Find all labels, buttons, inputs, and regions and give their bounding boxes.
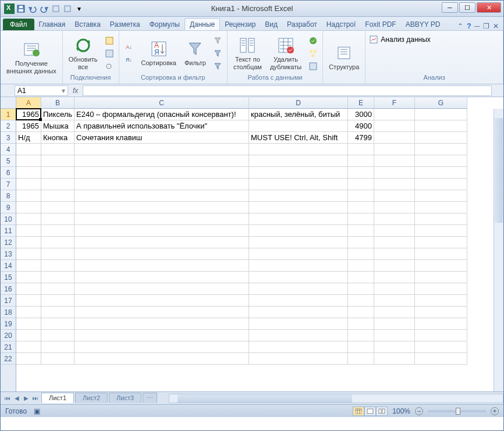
cell-F4[interactable] [374, 144, 415, 155]
cell-C21[interactable] [74, 341, 249, 353]
cell-G1[interactable] [415, 109, 467, 120]
cell-C9[interactable] [74, 202, 249, 213]
cell-A10[interactable] [16, 213, 41, 225]
cell-F12[interactable] [374, 237, 415, 248]
zoom-slider[interactable] [428, 410, 486, 412]
cell-D22[interactable] [249, 353, 348, 365]
cell-E19[interactable] [348, 318, 374, 330]
cell-A12[interactable] [16, 237, 41, 248]
cell-F20[interactable] [374, 330, 415, 341]
cell-D8[interactable] [249, 190, 348, 202]
cell-C7[interactable] [74, 179, 249, 190]
row-header-9[interactable]: 9 [1, 202, 16, 213]
row-header-17[interactable]: 17 [1, 295, 16, 307]
cell-E16[interactable] [348, 283, 374, 295]
cell-B6[interactable] [41, 167, 74, 179]
cell-D4[interactable] [249, 144, 348, 155]
col-header-A[interactable]: A [16, 97, 41, 108]
cell-F11[interactable] [374, 225, 415, 237]
zoom-in-icon[interactable]: + [491, 407, 499, 415]
cell-D20[interactable] [249, 330, 348, 341]
cell-E10[interactable] [348, 213, 374, 225]
cell-F3[interactable] [374, 132, 415, 144]
cell-C11[interactable] [74, 225, 249, 237]
cell-A20[interactable] [16, 330, 41, 341]
cell-D19[interactable] [249, 318, 348, 330]
close-button[interactable]: ✕ [477, 2, 501, 13]
row-header-14[interactable]: 14 [1, 260, 16, 272]
cell-A9[interactable] [16, 202, 41, 213]
row-header-18[interactable]: 18 [1, 307, 16, 318]
cell-E20[interactable] [348, 330, 374, 341]
row-header-13[interactable]: 13 [1, 248, 16, 260]
cell-B7[interactable] [41, 179, 74, 190]
row-header-22[interactable]: 22 [1, 353, 16, 365]
sheet-tab-1[interactable]: Лист2 [75, 393, 108, 403]
qat-dropdown-icon[interactable]: ▾ [74, 3, 84, 14]
horizontal-scrollbar[interactable] [169, 394, 503, 403]
cell-F17[interactable] [374, 295, 415, 307]
cell-E21[interactable] [348, 341, 374, 353]
cell-G14[interactable] [415, 260, 467, 272]
maximize-button[interactable]: ☐ [459, 2, 475, 13]
cell-E13[interactable] [348, 248, 374, 260]
cell-E8[interactable] [348, 190, 374, 202]
doc-close-icon[interactable]: ✕ [493, 22, 499, 30]
cell-D9[interactable] [249, 202, 348, 213]
cell-A2[interactable]: 1965 [16, 120, 41, 132]
col-header-C[interactable]: C [74, 97, 249, 108]
ribbon-tab-8[interactable]: Надстрої [322, 19, 361, 30]
ribbon-tab-5[interactable]: Рецензир [220, 19, 260, 30]
macro-icon[interactable]: ▣ [34, 407, 40, 415]
cell-F10[interactable] [374, 213, 415, 225]
cell-A5[interactable] [16, 155, 41, 167]
cell-A21[interactable] [16, 341, 41, 353]
doc-minimize-icon[interactable]: ─ [474, 22, 480, 30]
cell-F18[interactable] [374, 307, 415, 318]
row-header-21[interactable]: 21 [1, 341, 16, 353]
cell-D21[interactable] [249, 341, 348, 353]
cell-A4[interactable] [16, 144, 41, 155]
cell-C13[interactable] [74, 248, 249, 260]
cell-B21[interactable] [41, 341, 74, 353]
cell-E5[interactable] [348, 155, 374, 167]
cell-F6[interactable] [374, 167, 415, 179]
cell-G10[interactable] [415, 213, 467, 225]
cell-B12[interactable] [41, 237, 74, 248]
cell-G4[interactable] [415, 144, 467, 155]
minimize-ribbon-icon[interactable]: ⌃ [457, 22, 463, 30]
vertical-scrollbar[interactable] [494, 109, 503, 391]
row-header-6[interactable]: 6 [1, 167, 16, 179]
first-sheet-icon[interactable]: ⏮ [3, 394, 12, 403]
row-header-7[interactable]: 7 [1, 179, 16, 190]
cell-G6[interactable] [415, 167, 467, 179]
row-header-1[interactable]: 1 [1, 109, 16, 120]
normal-view-icon[interactable] [353, 407, 364, 416]
cell-D12[interactable] [249, 237, 348, 248]
cell-D1[interactable]: красный, зелёный, битый [249, 109, 348, 120]
excel-icon[interactable] [4, 3, 15, 14]
cell-G15[interactable] [415, 272, 467, 283]
sort-button[interactable]: АЯ Сортировка [139, 38, 179, 67]
cell-G20[interactable] [415, 330, 467, 341]
cell-E9[interactable] [348, 202, 374, 213]
ribbon-tab-7[interactable]: Разработ [282, 19, 322, 30]
cell-G17[interactable] [415, 295, 467, 307]
redo-icon[interactable] [39, 3, 49, 14]
edit-links-icon[interactable] [104, 60, 115, 72]
cell-A19[interactable] [16, 318, 41, 330]
cell-E22[interactable] [348, 353, 374, 365]
row-header-2[interactable]: 2 [1, 120, 16, 132]
text-to-columns-button[interactable]: Текст по столбцам [231, 35, 264, 71]
cell-F8[interactable] [374, 190, 415, 202]
cell-F9[interactable] [374, 202, 415, 213]
cell-G16[interactable] [415, 283, 467, 295]
cell-E6[interactable] [348, 167, 374, 179]
cell-E17[interactable] [348, 295, 374, 307]
remove-duplicates-button[interactable]: Удалить дубликаты [268, 35, 304, 71]
advanced-icon[interactable] [212, 60, 223, 72]
cell-E3[interactable]: 4799 [348, 132, 374, 144]
cell-A3[interactable]: Н/д [16, 132, 41, 144]
cell-D18[interactable] [249, 307, 348, 318]
cell-B2[interactable]: Мышка [41, 120, 74, 132]
